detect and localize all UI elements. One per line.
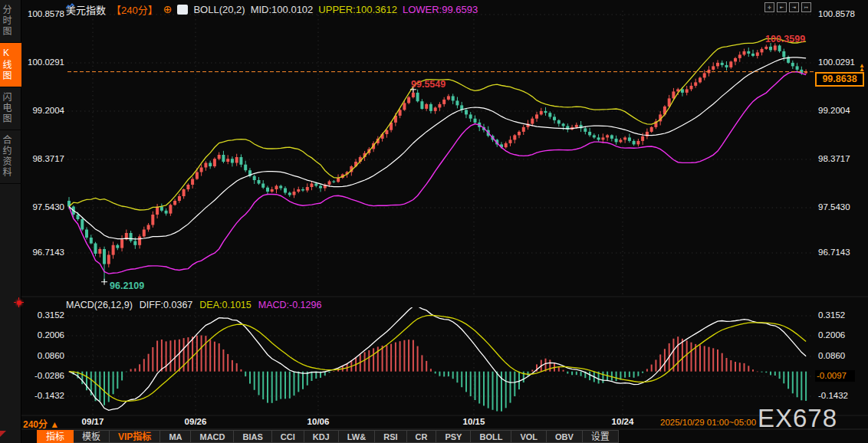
toolbar-button-VOL[interactable]: VOL <box>511 430 547 443</box>
boll-formula-label: BOLL(20,2) <box>193 4 245 15</box>
sidebar-tab-2[interactable]: K线图 <box>0 43 21 87</box>
boll-lower-value: LOWER:99.6593 <box>403 4 478 15</box>
macd-axis-left-label: -0.1432 <box>21 391 64 400</box>
price-axis-left-label: 100.0291 <box>21 57 64 67</box>
x-axis-date-label: 10/24 <box>612 417 634 426</box>
sidebar-tab-4[interactable]: 合约资料 <box>0 130 21 184</box>
shift-right-icon[interactable]: ↦ <box>801 2 811 12</box>
macd-hist-value: MACD:-0.1296 <box>258 300 322 310</box>
price-axis-right-label: 100.8578 <box>818 9 866 18</box>
macd-axis-right-label: -0.1432 <box>818 391 866 400</box>
toolbar-button-CR[interactable]: CR <box>407 430 437 443</box>
x-axis-date-label: 10/15 <box>463 417 485 426</box>
toolbar-button-MACD[interactable]: MACD <box>191 430 234 443</box>
compress-left-icon[interactable]: ⇤ <box>777 2 787 12</box>
toolbar-button-OBV[interactable]: OBV <box>547 430 583 443</box>
crosshair-icon[interactable]: ✛ <box>764 2 774 12</box>
low-price-annotation: 96.2109 <box>110 281 144 291</box>
current-price-tag: 99.8638 <box>815 72 864 87</box>
chart-header: 美元指数 【240分】 ⊕ BOLL(20,2) MID:100.0102 UP… <box>66 3 478 15</box>
price-axis-right-label: 96.7143 <box>818 248 866 257</box>
toolbar-button-VIP指标[interactable]: VIP指标 <box>110 430 160 443</box>
price-axis-left-label: 96.7143 <box>21 248 64 257</box>
macd-axis-left-label: 0.0860 <box>21 351 64 360</box>
x-axis-date-label: 10/06 <box>307 417 330 426</box>
timeframe-label[interactable]: 240分 ▲ <box>23 417 59 430</box>
current-bar-timestamp: 2025/10/29 01:00~05:00 <box>660 418 756 427</box>
toolbar-button-LW&[interactable]: LW& <box>339 430 375 443</box>
sidebar-tab-3[interactable]: 闪电图 <box>0 87 21 130</box>
add-indicator-icon[interactable]: ⊕ <box>163 5 173 14</box>
macd-formula-label: MACD(26,12,9) <box>66 300 133 310</box>
alert-flash-icon[interactable] <box>14 297 24 307</box>
toolbar-button-BOLL[interactable]: BOLL <box>471 430 511 443</box>
price-axis-right-label: 97.5430 <box>818 202 866 212</box>
swing-high-annotation: 99.5549 <box>411 79 446 90</box>
x-axis-date-label: 09/26 <box>185 417 207 426</box>
toolbar-button-CCI[interactable]: CCI <box>272 430 304 443</box>
left-sidebar: 分时图K线图闪电图合约资料 <box>0 0 21 443</box>
period-label[interactable]: 【240分】 <box>111 2 158 17</box>
price-axis-right-label: 99.2004 <box>818 106 866 115</box>
toolbar-button-RSI[interactable]: RSI <box>375 430 406 443</box>
toolbar-button-设置[interactable]: 设置 <box>583 430 619 443</box>
macd-header: MACD(26,12,9) DIFF:0.0367 DEA:0.1015 MAC… <box>66 300 321 310</box>
watermark: EX678 <box>758 404 837 433</box>
toolbar-button-KDJ[interactable]: KDJ <box>304 430 339 443</box>
sidebar-tab-1[interactable]: 分时图 <box>0 0 21 43</box>
high-price-annotation: 100.3599 <box>765 34 805 44</box>
x-axis-date-label: 09/17 <box>82 417 104 426</box>
corner-logo-mark <box>0 431 6 437</box>
toolbar-button-模板[interactable]: 模板 <box>74 430 110 443</box>
macd-axis-right-label: 0.0860 <box>818 351 866 360</box>
chart-window: 分时图K线图闪电图合约资料 美元指数 【240分】 ⊕ BOLL(20,2) M… <box>0 0 868 443</box>
price-up-arrows: ▲▲ <box>857 64 866 71</box>
macd-axis-right-label: 0.3152 <box>818 310 866 320</box>
price-axis-left-label: 99.2004 <box>21 106 64 115</box>
candlestick-chart-canvas[interactable] <box>0 0 868 443</box>
toolbar-button-BIAS[interactable]: BIAS <box>234 430 271 443</box>
macd-axis-left-label: 0.3152 <box>21 310 64 320</box>
toolbar-button-MA[interactable]: MA <box>160 430 191 443</box>
price-axis-right-label: 98.3717 <box>818 154 866 163</box>
boll-upper-value: UPPER:100.3612 <box>318 4 397 15</box>
boll-mid-value: MID:100.0102 <box>251 4 314 15</box>
indicator-toolbar: 指标模板VIP指标MAMACDBIASCCIKDJLW&RSICRPSYBOLL… <box>37 430 619 443</box>
compress-right-icon[interactable]: ⇥ <box>789 2 799 12</box>
price-axis-left-label: 97.5430 <box>21 202 64 212</box>
macd-dea-value: DEA:0.1015 <box>199 300 251 310</box>
toolbar-button-指标[interactable]: 指标 <box>37 430 74 443</box>
macd-axis-right-label: 0.2006 <box>818 330 866 340</box>
price-axis-left-label: 100.8578 <box>21 9 64 18</box>
chart-tool-icons: ✛⇤⇥↦ <box>764 2 811 12</box>
macd-axis-left-label: 0.2006 <box>21 330 64 340</box>
toolbar-button-PSY[interactable]: PSY <box>436 430 471 443</box>
macd-diff-value: DIFF:0.0367 <box>140 300 192 310</box>
current-macd-tag: -0.0097 <box>815 370 855 382</box>
price-axis-left-label: 98.3717 <box>21 154 64 163</box>
macd-axis-left-label: -0.0286 <box>21 371 64 380</box>
chart-thumbnail-icon[interactable] <box>177 5 188 15</box>
